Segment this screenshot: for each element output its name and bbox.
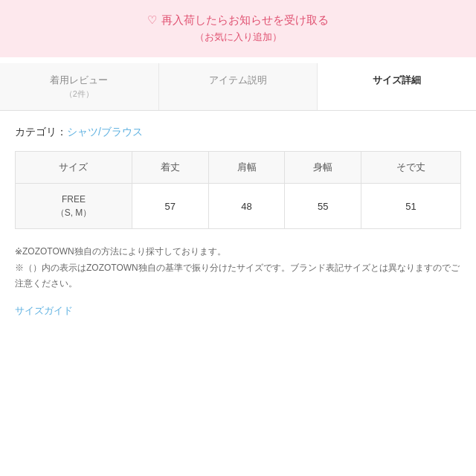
note-1: ※ZOZOTOWN独自の方法により採寸しております。 bbox=[15, 244, 461, 260]
tab-review[interactable]: 着用レビュー （2件） bbox=[0, 63, 159, 110]
col-sodedake: そで丈 bbox=[361, 152, 461, 184]
col-katahaba: 肩幅 bbox=[208, 152, 285, 184]
tab-review-badge: （2件） bbox=[6, 89, 152, 100]
size-guide-link[interactable]: サイズガイド bbox=[15, 305, 73, 316]
cell-katahaba: 48 bbox=[208, 184, 285, 229]
cell-size: FREE（S, M） bbox=[16, 184, 132, 229]
cell-mihaba: 55 bbox=[285, 184, 361, 229]
category-label: カテゴリ： bbox=[15, 126, 67, 138]
table-header-row: サイズ 着丈 肩幅 身幅 そで丈 bbox=[16, 152, 461, 184]
table-row: FREE（S, M） 57 48 55 51 bbox=[16, 184, 461, 229]
tab-description-label: アイテム説明 bbox=[209, 74, 267, 86]
category-line: カテゴリ：シャツ/ブラウス bbox=[15, 126, 461, 139]
category-link[interactable]: シャツ/ブラウス bbox=[67, 126, 143, 138]
restock-banner[interactable]: ♡再入荷したらお知らせを受け取る （お気に入り追加） bbox=[0, 0, 476, 57]
col-size: サイズ bbox=[16, 152, 132, 184]
notes-section: ※ZOZOTOWN独自の方法により採寸しております。 ※（）内の表示はZOZOT… bbox=[15, 244, 461, 292]
cell-kittake: 57 bbox=[132, 184, 208, 229]
tab-bar: 着用レビュー （2件） アイテム説明 サイズ詳細 bbox=[0, 63, 476, 111]
col-kittake: 着丈 bbox=[132, 152, 208, 184]
cell-sodedake: 51 bbox=[361, 184, 461, 229]
tab-description[interactable]: アイテム説明 bbox=[159, 63, 318, 110]
tab-size-label: サイズ詳細 bbox=[373, 74, 421, 86]
tab-review-label: 着用レビュー bbox=[50, 74, 108, 86]
restock-main-text: ♡再入荷したらお知らせを受け取る bbox=[147, 13, 329, 28]
size-table: サイズ 着丈 肩幅 身幅 そで丈 FREE（S, M） 57 48 55 51 bbox=[15, 151, 461, 229]
tab-size[interactable]: サイズ詳細 bbox=[318, 63, 476, 110]
size-detail-content: カテゴリ：シャツ/ブラウス サイズ 着丈 肩幅 身幅 そで丈 FREE（S, M… bbox=[0, 111, 476, 332]
note-2: ※（）内の表示はZOZOTOWN独自の基準で振り分けたサイズです。ブランド表記サ… bbox=[15, 260, 461, 292]
col-mihaba: 身幅 bbox=[285, 152, 361, 184]
heart-icon: ♡ bbox=[147, 13, 157, 27]
restock-sub-text: （お気に入り追加） bbox=[195, 30, 282, 44]
